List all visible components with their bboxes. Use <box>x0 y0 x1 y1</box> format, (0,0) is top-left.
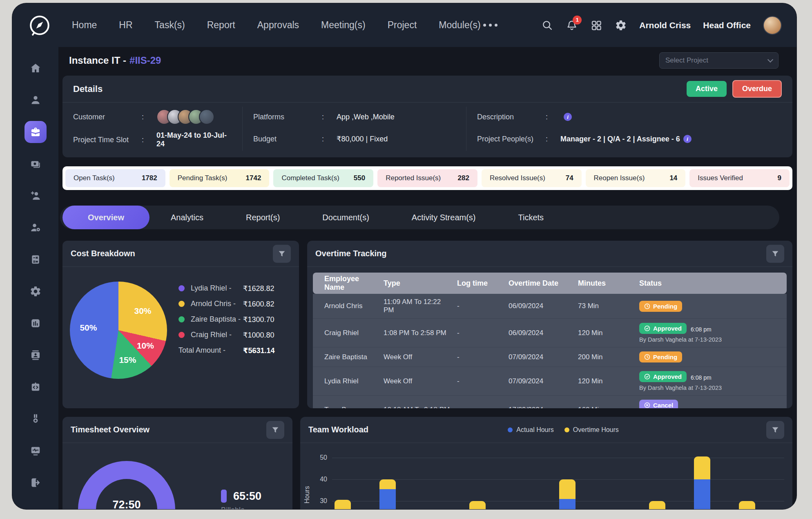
sidebar-item-awards-medal[interactable] <box>29 412 42 425</box>
overtime-hours-segment <box>649 501 665 509</box>
pie-slice-label: 50% <box>80 323 97 333</box>
cell-status: Pending <box>636 347 787 367</box>
cell-minutes: 120 Min <box>575 367 636 396</box>
workload-bar <box>335 446 351 509</box>
nav-item-tasks[interactable]: Task(s) <box>155 20 185 31</box>
cancel-icon <box>644 402 650 408</box>
notifications-bell-icon[interactable]: 1 <box>566 19 578 31</box>
pending-icon <box>644 354 650 360</box>
sidebar-item-id-card[interactable] <box>29 349 42 362</box>
timesheet-legend: 65:50 Billable 7:00 Non-Billable <box>221 490 261 509</box>
nav-item-meetings[interactable]: Meeting(s) <box>321 20 366 31</box>
cell-date: 06/09/2024 <box>505 319 575 347</box>
select-project-dropdown[interactable]: Select Project <box>659 52 779 69</box>
workload-filter-button[interactable] <box>766 421 784 439</box>
nav-item-hr[interactable]: HR <box>119 20 132 31</box>
nav-more-button[interactable] <box>481 21 500 29</box>
sidebar-item-payroll[interactable] <box>29 157 42 170</box>
sidebar-item-calculator[interactable] <box>29 253 42 266</box>
sidebar-item-system-monitor[interactable] <box>29 444 42 457</box>
timesheet-overview-card: Timesheet Overview 72:50 Total Time 65:5… <box>62 417 292 509</box>
actual-hours-segment <box>694 479 710 509</box>
customer-avatars[interactable] <box>156 109 210 125</box>
active-status-button[interactable]: Active <box>687 81 727 97</box>
sidebar-item-profile[interactable] <box>29 94 42 107</box>
cost-legend-item: Craig Rhiel -₹1000.80 <box>178 331 292 339</box>
overtime-table: Employee NameTypeLog timeOvertime DateMi… <box>313 273 787 408</box>
description-info-icon[interactable]: i <box>564 113 572 121</box>
workload-bar <box>739 446 755 509</box>
cell-type: 11:09 AM To 12:22 PM <box>380 294 454 319</box>
tab-tickets[interactable]: Tickets <box>497 206 565 229</box>
legend-value: ₹1600.82 <box>243 300 274 309</box>
column-header-type: Type <box>380 273 454 294</box>
workload-legend-item: Overtime Hours <box>564 426 619 434</box>
cost-filter-button[interactable] <box>273 245 291 263</box>
user-name[interactable]: Arnold Criss <box>639 20 691 30</box>
table-row: Terry Bergson10:18 AM To 3:18 PM-17/09/2… <box>313 396 787 409</box>
sidebar-item-reports-chart[interactable] <box>29 317 42 330</box>
user-avatar[interactable] <box>763 16 782 35</box>
status-badge-label: Approved <box>653 373 682 380</box>
sidebar-item-add-user[interactable] <box>29 189 42 202</box>
billable-label: Billable <box>221 506 261 509</box>
legend-label: Overtime Hours <box>573 426 619 434</box>
app-logo-compass-icon[interactable] <box>28 13 51 37</box>
stat-pill-pending-task-s-: Pending Task(s)1742 <box>170 169 270 187</box>
team-workload-title: Team Workload <box>308 425 368 434</box>
status-badge-label: Pending <box>653 353 677 360</box>
legend-dot <box>178 316 185 322</box>
sidebar-item-user-settings[interactable] <box>29 221 42 234</box>
workload-bar <box>424 446 441 509</box>
team-workload-bar-chart: Hours 5040302010 <box>300 446 792 509</box>
overtime-hours-segment <box>559 479 576 499</box>
workload-bar <box>604 446 620 509</box>
overtime-filter-button[interactable] <box>766 245 784 263</box>
section-tabs: OverviewAnalyticsReport(s)Document(s)Act… <box>60 206 779 229</box>
legend-value: ₹1628.82 <box>243 284 274 293</box>
cell-status: Approved6:08 pmBy Darsh Vaghela at 7-13-… <box>636 367 787 396</box>
tab-documents[interactable]: Document(s) <box>301 206 390 229</box>
apps-grid-icon[interactable] <box>590 19 602 31</box>
nav-item-home[interactable]: Home <box>72 20 97 31</box>
sidebar-item-project-code[interactable] <box>29 380 42 394</box>
time-slot-label: Project Time Slot <box>73 136 142 144</box>
stat-label: Reopen Issue(s) <box>594 174 645 182</box>
actual-hours-segment <box>379 489 396 509</box>
status-line: Pending <box>639 351 783 362</box>
timesheet-filter-button[interactable] <box>266 421 284 439</box>
workload-legend-item: Actual Hours <box>508 426 554 434</box>
gridline <box>332 501 784 501</box>
sidebar-item-settings[interactable] <box>29 285 42 298</box>
cell-log: - <box>454 319 505 347</box>
overdue-status-button[interactable]: Overdue <box>732 80 782 98</box>
platforms-label: Platforms <box>253 113 322 121</box>
office-name[interactable]: Head Office <box>703 20 751 30</box>
cell-date: 07/09/2024 <box>505 367 575 396</box>
cost-breakdown-legend: Lydia Rhiel -₹1628.82Arnold Chris -₹1600… <box>178 284 292 362</box>
tab-analytics[interactable]: Analytics <box>149 206 225 229</box>
workload-bar <box>694 446 710 509</box>
legend-dot <box>178 332 185 338</box>
overtime-hours-segment <box>379 479 396 489</box>
status-badge-label: Pending <box>653 303 677 310</box>
overtime-hours-segment <box>694 456 710 479</box>
tab-reports[interactable]: Report(s) <box>225 206 301 229</box>
nav-item-modules[interactable]: Module(s) <box>439 20 480 31</box>
tab-overview[interactable]: Overview <box>62 206 149 229</box>
nav-item-approvals[interactable]: Approvals <box>257 20 299 31</box>
sidebar-item-logout[interactable] <box>29 476 42 489</box>
billable-value: 65:50 <box>233 490 261 503</box>
tab-activitystreams[interactable]: Activity Stream(s) <box>390 206 497 229</box>
sidebar-item-home[interactable] <box>29 62 42 75</box>
legend-dot <box>178 285 185 291</box>
nav-item-report[interactable]: Report <box>207 20 235 31</box>
people-info-icon[interactable]: i <box>683 135 692 143</box>
sidebar-item-projects[interactable] <box>25 121 47 143</box>
cell-name: Zaire Baptista <box>313 347 380 367</box>
description-label: Description <box>477 113 546 121</box>
status-time: 6:08 pm <box>691 326 712 333</box>
nav-item-project[interactable]: Project <box>388 20 417 31</box>
search-icon[interactable] <box>541 19 553 31</box>
settings-gear-icon[interactable] <box>615 19 627 31</box>
